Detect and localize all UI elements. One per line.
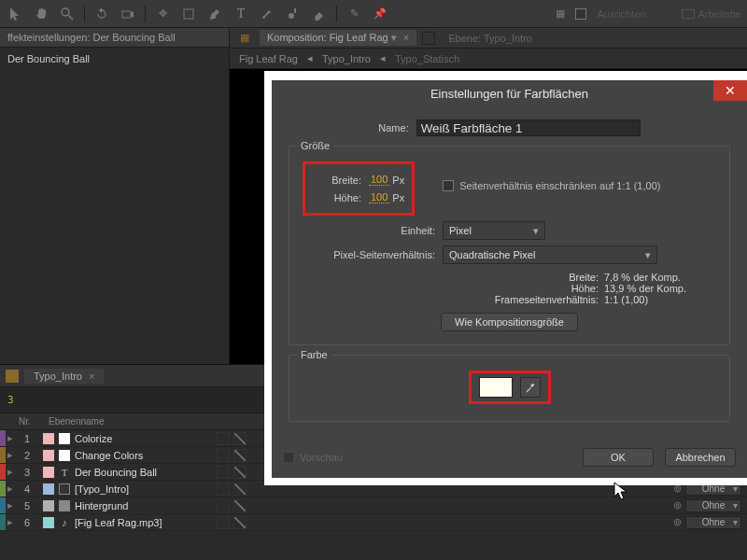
layer-name[interactable]: Change Colors: [75, 450, 213, 461]
text-tool-icon[interactable]: T: [232, 5, 250, 23]
flow-item[interactable]: Typo_Intro: [322, 53, 371, 64]
svg-point-4: [289, 13, 294, 19]
puppet-tool-icon[interactable]: 📌: [371, 5, 389, 23]
layer-label-swatch[interactable]: [43, 433, 54, 444]
render-queue-icon[interactable]: ▦: [235, 29, 254, 48]
twirl-icon[interactable]: ▸: [7, 466, 13, 478]
layer-color-label[interactable]: [0, 481, 6, 497]
eraser-tool-icon[interactable]: [310, 5, 329, 23]
switch-box[interactable]: [217, 499, 230, 512]
selection-tool-icon[interactable]: [6, 5, 24, 23]
layer-switches[interactable]: [217, 483, 247, 496]
pen-tool-icon[interactable]: [205, 5, 224, 23]
switch-box[interactable]: [217, 516, 230, 529]
twirl-icon[interactable]: ▸: [7, 432, 13, 444]
layer-switches[interactable]: [217, 516, 247, 529]
dialog-close-button[interactable]: ✕: [713, 80, 747, 101]
layer-switches[interactable]: [217, 499, 247, 512]
make-comp-size-label: Wie Kompositionsgröße: [455, 316, 564, 328]
twirl-icon[interactable]: ▸: [7, 516, 13, 528]
cancel-button[interactable]: Abbrechen: [665, 448, 736, 467]
par-label: Pixel-Seitenverhältnis:: [303, 249, 443, 260]
layer-color-label[interactable]: [0, 464, 6, 480]
switch-box[interactable]: [233, 449, 247, 462]
layer-label-swatch[interactable]: [43, 483, 54, 495]
solid-settings-dialog: Einstellungen für Farbflächen ✕ Name: Gr…: [272, 80, 747, 478]
rotate-tool-icon[interactable]: [92, 5, 111, 23]
color-swatch[interactable]: [479, 377, 513, 398]
roto-tool-icon[interactable]: ✎: [345, 5, 363, 23]
comp-flowchart-bar: Fig Leaf Rag ◂ Typo_Intro ◂ Typo_Statisc…: [230, 49, 747, 69]
twirl-icon[interactable]: ▸: [7, 449, 13, 461]
twirl-icon[interactable]: ▸: [7, 499, 13, 511]
cancel-label: Abbrechen: [675, 452, 725, 463]
layer-color-label[interactable]: [0, 430, 6, 446]
timeline-tab[interactable]: Typo_Intro ×: [24, 369, 104, 384]
switch-box[interactable]: [233, 499, 247, 512]
switch-box[interactable]: [233, 483, 247, 496]
layer-switches[interactable]: [217, 466, 247, 479]
viewer-tab-layer[interactable]: Ebene: Typo_Intro: [441, 31, 540, 46]
layer-label-swatch[interactable]: [43, 467, 54, 478]
layer-color-label[interactable]: [0, 514, 6, 530]
layer-switches[interactable]: [217, 432, 247, 445]
current-time[interactable]: 3: [0, 394, 21, 406]
par-dropdown[interactable]: Quadratische Pixel▾: [443, 245, 657, 264]
layer-type-icon: [58, 483, 71, 496]
layer-label-swatch[interactable]: [43, 450, 54, 461]
snap-icon[interactable]: ▦: [551, 5, 570, 23]
preview-label: Vorschau: [300, 452, 343, 463]
comp-swatch-icon: [6, 370, 19, 383]
zoom-tool-icon[interactable]: [58, 5, 77, 23]
height-value[interactable]: 100: [369, 191, 389, 203]
layer-type-icon: [58, 432, 71, 445]
col-index: Nr.: [13, 416, 43, 427]
layer-name[interactable]: Hintergrund: [75, 500, 213, 511]
switch-box[interactable]: [233, 466, 247, 479]
lock-aspect-checkbox[interactable]: [443, 180, 454, 191]
effects-panel-tab[interactable]: ffekteinstellungen: Der Bouncing Ball: [0, 28, 229, 48]
anchor-tool-icon[interactable]: ✥: [153, 5, 172, 23]
switch-box[interactable]: [217, 466, 230, 479]
switch-box[interactable]: [217, 432, 230, 445]
flow-item[interactable]: Typo_Statisch: [395, 53, 459, 64]
hand-tool-icon[interactable]: [32, 5, 50, 23]
camera-tool-icon[interactable]: [119, 5, 137, 23]
viewer-tab-composition[interactable]: Komposition: Fig Leaf Rag ▾ ×: [260, 30, 416, 46]
preview-checkbox[interactable]: [283, 452, 294, 463]
flow-item[interactable]: Fig Leaf Rag: [239, 53, 298, 64]
tab-close-icon[interactable]: ×: [89, 371, 94, 382]
shape-tool-icon[interactable]: [179, 5, 198, 23]
layer-color-label[interactable]: [0, 497, 6, 513]
align-checkbox[interactable]: [575, 8, 586, 20]
switch-box[interactable]: [233, 516, 247, 529]
layer-name[interactable]: [Typo_Intro]: [75, 483, 213, 495]
layer-label-swatch[interactable]: [43, 517, 54, 528]
size-group: Größe Breite: 100 Px Höhe: 100 Px: [289, 146, 730, 345]
workspace-menu[interactable]: Arbeitsbe: [682, 8, 741, 20]
make-comp-size-button[interactable]: Wie Kompositionsgröße: [441, 313, 578, 331]
layer-name[interactable]: Der Bouncing Ball: [75, 467, 213, 478]
svg-line-1: [68, 15, 73, 20]
layer-switches[interactable]: [217, 449, 247, 462]
layer-name[interactable]: [Fig Leaf Rag.mp3]: [75, 517, 213, 528]
dialog-titlebar[interactable]: Einstellungen für Farbflächen ✕: [272, 80, 747, 106]
tab-close-icon[interactable]: ×: [403, 32, 409, 43]
ok-button[interactable]: OK: [583, 448, 654, 467]
eyedropper-button[interactable]: [520, 377, 541, 398]
clone-tool-icon[interactable]: [284, 5, 303, 23]
switch-box[interactable]: [217, 483, 230, 496]
effects-layer-name[interactable]: Der Bouncing Ball: [7, 53, 90, 64]
layer-label-swatch[interactable]: [43, 500, 54, 511]
name-input[interactable]: [416, 119, 641, 136]
switch-box[interactable]: [233, 432, 247, 445]
switch-box[interactable]: [217, 449, 230, 462]
layer-color-label[interactable]: [0, 447, 6, 463]
brush-tool-icon[interactable]: [258, 5, 276, 23]
tab-menu-caret[interactable]: ▾: [391, 32, 397, 43]
layer-name[interactable]: Colorize: [75, 433, 213, 444]
units-dropdown[interactable]: Pixel▾: [443, 221, 545, 240]
twirl-icon[interactable]: ▸: [7, 483, 13, 495]
layer-index: 3: [15, 467, 39, 478]
width-value[interactable]: 100: [369, 174, 389, 186]
